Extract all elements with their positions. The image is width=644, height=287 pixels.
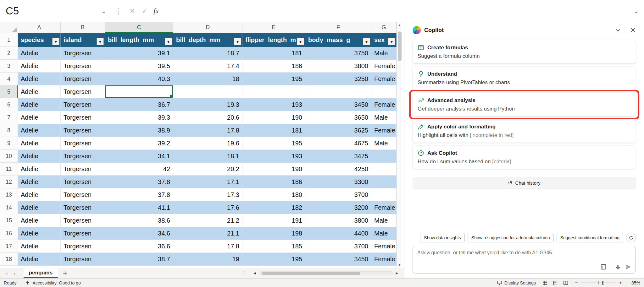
cell-G14[interactable]: Female (371, 201, 397, 214)
cell-G15[interactable]: Male (371, 214, 397, 227)
filter-button[interactable]: ▾ (297, 38, 304, 45)
cell-A10[interactable]: Adelie (18, 150, 61, 163)
collapse-panel-icon[interactable] (615, 27, 621, 33)
enter-icon[interactable]: ✓ (142, 7, 148, 15)
copilot-input-box[interactable] (413, 246, 636, 273)
cell-D12[interactable]: 17.1 (173, 176, 242, 188)
cell-A8[interactable]: Adelie (18, 124, 61, 137)
send-icon[interactable] (625, 264, 631, 270)
cell-A5[interactable]: Adelie (18, 85, 61, 98)
accessibility-status[interactable]: Accessibility: Good to go (25, 280, 80, 285)
column-header-F[interactable]: F (305, 22, 371, 33)
cell-E11[interactable]: 190 (242, 163, 305, 176)
column-header-E[interactable]: E (242, 22, 305, 33)
cell-G13[interactable] (371, 188, 397, 201)
row-header[interactable]: 5 (0, 85, 18, 98)
table-header-cell-G[interactable]: sex▾ (371, 33, 397, 47)
cell-E6[interactable]: 193 (242, 98, 305, 111)
cell-E8[interactable]: 181 (242, 124, 305, 137)
cell-B18[interactable]: Torgersen (61, 253, 105, 266)
sheet-tab-penguins[interactable]: penguins (24, 268, 58, 278)
cell-A15[interactable]: Adelie (18, 214, 61, 227)
row-header[interactable]: 14 (0, 201, 18, 214)
filter-button[interactable]: ▾ (165, 38, 172, 45)
cell-A3[interactable]: Adelie (18, 60, 61, 73)
zoom-slider[interactable] (581, 283, 616, 283)
horizontal-scrollbar[interactable] (259, 271, 393, 275)
cell-B2[interactable]: Torgersen (61, 47, 105, 60)
cell-F17[interactable]: 3700 (305, 240, 371, 253)
filter-button[interactable]: ▾ (388, 38, 395, 45)
cell-D15[interactable]: 21.2 (173, 214, 242, 227)
row-header[interactable]: 11 (0, 163, 18, 176)
cell-C12[interactable]: 37.8 (105, 176, 173, 188)
card-apply-color-formatting[interactable]: Apply color and formatting Highlight all… (413, 119, 636, 143)
copilot-ask-input[interactable] (417, 250, 631, 256)
cell-G7[interactable]: Male (371, 111, 397, 124)
cell-A4[interactable]: Adelie (18, 73, 61, 85)
cell-C5[interactable] (105, 85, 173, 98)
page-break-view-icon[interactable] (563, 280, 569, 286)
cell-D14[interactable]: 17.6 (173, 201, 242, 214)
cell-D13[interactable]: 17.3 (173, 188, 242, 201)
table-header-cell-A[interactable]: species▾ (18, 33, 61, 47)
chip-conditional-formatting[interactable]: Suggest conditional formatting (557, 233, 623, 242)
column-header-A[interactable]: A (18, 22, 61, 33)
cell-B13[interactable]: Torgersen (61, 188, 105, 201)
cell-D8[interactable]: 17.8 (173, 124, 242, 137)
vertical-scrollbar-thumb[interactable] (398, 31, 402, 61)
table-header-cell-C[interactable]: bill_length_mm▾ (105, 33, 173, 47)
row-header[interactable]: 17 (0, 240, 18, 253)
cell-D7[interactable]: 20.6 (173, 111, 242, 124)
scroll-right-icon[interactable]: ► (395, 271, 399, 275)
fx-icon[interactable]: fx (153, 7, 159, 15)
table-header-cell-D[interactable]: bill_depth_mm▾ (173, 33, 242, 47)
zoom-slider-thumb[interactable] (602, 281, 603, 285)
column-header-B[interactable]: B (61, 22, 105, 33)
refresh-suggestions-button[interactable] (626, 233, 636, 242)
cell-E18[interactable]: 195 (242, 253, 305, 266)
cell-F10[interactable]: 3475 (305, 150, 371, 163)
row-header[interactable]: 15 (0, 214, 18, 227)
row-header[interactable]: 9 (0, 137, 18, 150)
card-understand[interactable]: Understand Summarize using PivotTables o… (413, 67, 636, 90)
cell-G18[interactable]: Female (371, 253, 397, 266)
filter-button[interactable]: ▾ (234, 38, 241, 45)
cell-C7[interactable]: 39.3 (105, 111, 173, 124)
row-header[interactable]: 12 (0, 176, 18, 188)
cell-C3[interactable]: 39.5 (105, 60, 173, 73)
cell-A18[interactable]: Adelie (18, 253, 61, 266)
cell-D2[interactable]: 18.7 (173, 47, 242, 60)
cell-F11[interactable]: 4250 (305, 163, 371, 176)
cell-G11[interactable] (371, 163, 397, 176)
row-header[interactable]: 6 (0, 98, 18, 111)
cell-F2[interactable]: 3750 (305, 47, 371, 60)
cell-G8[interactable]: Female (371, 124, 397, 137)
cell-E9[interactable]: 195 (242, 137, 305, 150)
workbook-context-icon[interactable] (600, 264, 607, 270)
cell-A14[interactable]: Adelie (18, 201, 61, 214)
cell-D3[interactable]: 17.4 (173, 60, 242, 73)
scroll-left-icon[interactable]: ◄ (253, 271, 257, 275)
cell-B7[interactable]: Torgersen (61, 111, 105, 124)
row-header[interactable]: 8 (0, 124, 18, 137)
cell-G16[interactable]: Male (371, 227, 397, 240)
prev-sheet-icon[interactable]: ‹ (6, 270, 8, 276)
cell-B10[interactable]: Torgersen (61, 150, 105, 163)
row-header[interactable]: 18 (0, 253, 18, 266)
cell-E16[interactable]: 198 (242, 227, 305, 240)
zoom-out-button[interactable]: − (575, 280, 578, 285)
cell-C18[interactable]: 38.7 (105, 253, 173, 266)
cell-F15[interactable]: 3800 (305, 214, 371, 227)
cell-A7[interactable]: Adelie (18, 111, 61, 124)
cell-A13[interactable]: Adelie (18, 188, 61, 201)
cell-F8[interactable]: 3625 (305, 124, 371, 137)
cell-B9[interactable]: Torgersen (61, 137, 105, 150)
horizontal-scrollbar-thumb[interactable] (262, 272, 360, 275)
cell-D16[interactable]: 21.1 (173, 227, 242, 240)
next-sheet-icon[interactable]: › (14, 270, 15, 276)
close-panel-icon[interactable] (630, 27, 636, 33)
cell-D4[interactable]: 18 (173, 73, 242, 85)
cell-C2[interactable]: 39.1 (105, 47, 173, 60)
cell-F9[interactable]: 4675 (305, 137, 371, 150)
